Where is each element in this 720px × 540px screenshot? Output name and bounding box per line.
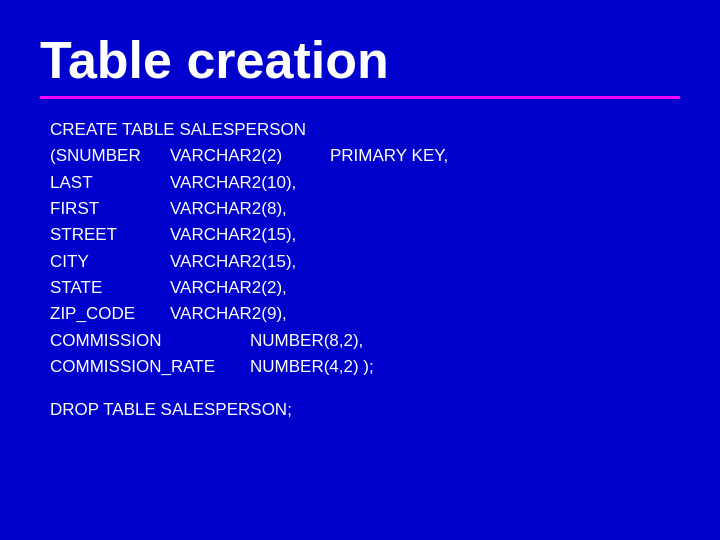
col1: ZIP_CODE [50,301,170,327]
col1: FIRST [50,196,170,222]
code-line-2: (SNUMBER VARCHAR2(2) PRIMARY KEY, [50,143,680,169]
col2: NUMBER(8,2), [250,328,363,354]
code-line-10: COMMISSION_RATE NUMBER(4,2) ); [50,354,680,380]
code-text: CREATE TABLE SALESPERSON [50,117,306,143]
code-line-1: CREATE TABLE SALESPERSON [50,117,680,143]
col2: VARCHAR2(9), [170,301,287,327]
col2: VARCHAR2(10), [170,170,296,196]
col1: CITY [50,249,170,275]
col2: VARCHAR2(2), [170,275,287,301]
col3: PRIMARY KEY, [330,143,448,169]
code-line-5: STREET VARCHAR2(15), [50,222,680,248]
col2: VARCHAR2(8), [170,196,287,222]
drop-section: DROP TABLE SALESPERSON; [40,400,680,420]
title-divider [40,96,680,99]
drop-line: DROP TABLE SALESPERSON; [50,400,292,419]
slide: Table creation CREATE TABLE SALESPERSON … [0,0,720,540]
col2: VARCHAR2(15), [170,249,296,275]
slide-title: Table creation [40,30,680,90]
col2: NUMBER(4,2) ); [250,354,374,380]
col1: COMMISSION [50,328,250,354]
col1: (SNUMBER [50,143,170,169]
col1: STREET [50,222,170,248]
code-line-4: FIRST VARCHAR2(8), [50,196,680,222]
col1: STATE [50,275,170,301]
col1: COMMISSION_RATE [50,354,250,380]
code-line-7: STATE VARCHAR2(2), [50,275,680,301]
col2: VARCHAR2(2) [170,143,330,169]
code-line-8: ZIP_CODE VARCHAR2(9), [50,301,680,327]
code-line-6: CITY VARCHAR2(15), [50,249,680,275]
code-line-3: LAST VARCHAR2(10), [50,170,680,196]
code-line-9: COMMISSION NUMBER(8,2), [50,328,680,354]
col1: LAST [50,170,170,196]
col2: VARCHAR2(15), [170,222,296,248]
code-block: CREATE TABLE SALESPERSON (SNUMBER VARCHA… [40,117,680,380]
